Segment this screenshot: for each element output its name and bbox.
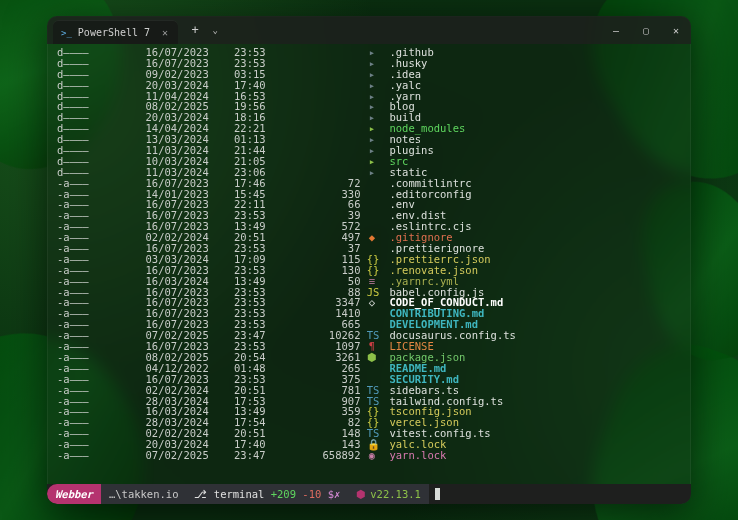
window-controls: — ▢ ✕ xyxy=(601,16,691,44)
status-user: Webber xyxy=(47,484,101,504)
terminal-output[interactable]: d———— 16/07/2023 23:53 ▸ .githubd———— 16… xyxy=(47,44,691,484)
file-icon: TS xyxy=(367,385,377,396)
listing-row: -a——— 07/02/2025 23:47 658892 ◉ yarn.loc… xyxy=(57,450,681,461)
status-node: ⬢v22.13.1 xyxy=(348,484,429,504)
tab-dropdown-button[interactable]: ⌄ xyxy=(206,19,224,41)
minimize-button[interactable]: — xyxy=(601,16,631,44)
file-icon: ◉ xyxy=(367,450,377,461)
branch-icon: ⎇ xyxy=(194,488,207,500)
tab-close-icon[interactable]: ✕ xyxy=(162,27,168,38)
git-removed: -10 xyxy=(302,488,321,500)
file-icon: ▸ xyxy=(367,167,377,178)
status-git: ⎇ terminal +209 -10 $✗ xyxy=(186,484,348,504)
file-icon: ◇ xyxy=(367,297,377,308)
titlebar[interactable]: >_ PowerShell 7 ✕ + ⌄ — ▢ ✕ xyxy=(47,16,691,44)
file-icon: ◆ xyxy=(367,232,377,243)
file-icon: ≡ xyxy=(367,276,377,287)
close-button[interactable]: ✕ xyxy=(661,16,691,44)
status-bar: Webber …\takken.io ⎇ terminal +209 -10 $… xyxy=(47,484,691,504)
node-icon: ⬢ xyxy=(356,488,366,500)
tab-powershell[interactable]: >_ PowerShell 7 ✕ xyxy=(53,20,178,44)
powershell-icon: >_ xyxy=(61,28,72,38)
git-dirty: $✗ xyxy=(328,488,341,500)
maximize-button[interactable]: ▢ xyxy=(631,16,661,44)
git-added: +209 xyxy=(271,488,296,500)
prompt-cursor xyxy=(435,488,440,500)
new-tab-button[interactable]: + xyxy=(184,19,206,41)
status-path: …\takken.io xyxy=(101,484,187,504)
file-icon: ⬢ xyxy=(367,352,377,363)
tab-title: PowerShell 7 xyxy=(78,27,150,38)
file-icon: ▸ xyxy=(367,80,377,91)
file-name: yarn.lock xyxy=(389,449,446,461)
terminal-window: >_ PowerShell 7 ✕ + ⌄ — ▢ ✕ d———— 16/07/… xyxy=(47,16,691,504)
